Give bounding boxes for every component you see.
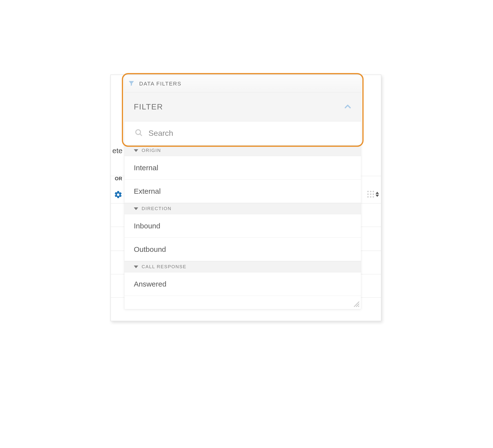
drag-handle-icon [367, 191, 374, 198]
chevron-down-icon [134, 265, 138, 268]
svg-line-4 [358, 306, 359, 307]
row-reorder-handle[interactable] [367, 191, 379, 198]
search-input[interactable] [148, 129, 351, 138]
chevron-down-icon [134, 207, 138, 210]
svg-line-1 [140, 134, 142, 136]
filter-section-label: FILTER [134, 102, 163, 111]
filter-option-inbound[interactable]: Inbound [124, 214, 361, 238]
filter-option-external[interactable]: External [124, 180, 361, 203]
chevron-down-icon [134, 149, 138, 152]
search-row [124, 121, 361, 145]
screenshot-frame: ete OR DATA FILTERS FILTER [110, 75, 381, 321]
group-header-origin[interactable]: ORIGIN [124, 145, 361, 156]
funnel-icon [128, 80, 135, 88]
gear-icon[interactable] [114, 190, 123, 200]
truncated-text-behind-panel: ete [112, 147, 123, 155]
search-icon [134, 128, 143, 138]
filter-option-answered[interactable]: Answered [124, 272, 361, 296]
group-header-direction[interactable]: DIRECTION [124, 203, 361, 214]
group-label: DIRECTION [142, 206, 172, 211]
group-label: ORIGIN [142, 148, 161, 153]
column-header-fragment: OR [115, 176, 122, 182]
group-header-call-response[interactable]: CALL RESPONSE [124, 261, 361, 272]
filter-section-toggle[interactable]: FILTER [124, 92, 361, 121]
group-label: CALL RESPONSE [142, 264, 187, 269]
panel-title: DATA FILTERS [139, 80, 181, 87]
panel-bottom-spacer [124, 296, 361, 309]
chevron-up-icon [343, 102, 353, 112]
panel-header: DATA FILTERS [124, 75, 361, 92]
data-filters-panel: DATA FILTERS FILTER ORIGIN Internal E [124, 75, 361, 309]
resize-grip-icon[interactable] [353, 300, 360, 308]
sort-arrows-icon [376, 192, 379, 197]
filter-option-internal[interactable]: Internal [124, 156, 361, 180]
filter-option-outbound[interactable]: Outbound [124, 238, 361, 261]
